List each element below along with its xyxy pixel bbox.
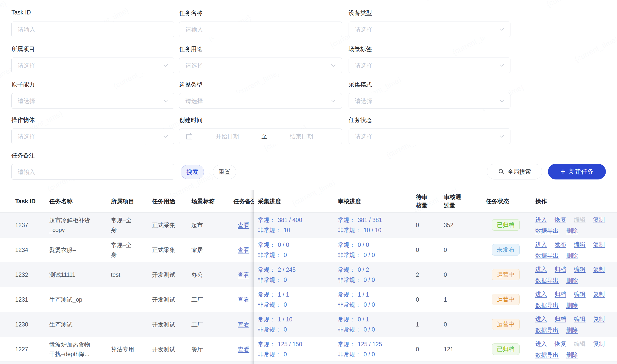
collect-irregular-value: 0 [284,324,287,335]
action-link[interactable]: 复制 [593,214,605,225]
view-remark-link[interactable]: 查看 [238,344,249,354]
action-link[interactable]: 编辑 [574,264,586,274]
collect-regular-label: 常规： [258,339,275,349]
action-link[interactable]: 复制 [593,314,605,324]
action-link[interactable]: 进入 [535,214,547,225]
action-link[interactable]: 数据导出 [535,325,559,335]
action-link[interactable]: 删除 [566,226,578,236]
view-remark-link[interactable]: 查看 [238,295,249,304]
action-link[interactable]: 数据导出 [535,250,559,261]
review-irregular-label: 非常规： [338,250,361,260]
cell-task-id: 1234 [15,238,46,262]
cell-status: 运营中 [484,262,527,287]
cell-collect-progress: 常规：2 / 245 非常规：0 [258,262,334,287]
action-link[interactable]: 数据导出 [535,350,559,360]
collect-regular-label: 常规： [258,314,275,324]
cell-review-progress: 常规：381 / 381 非常规：10 / 10 [338,213,411,237]
collect-regular-label: 常规： [258,265,275,275]
action-link[interactable]: 删除 [566,300,578,310]
action-link[interactable]: 进入 [535,314,547,324]
cell-task-id: 1231 [15,287,46,312]
search-icon [498,168,505,175]
cell-review-progress: 常规：125 / 125 非常规：0 / 0 [338,337,411,361]
task-remark-input[interactable] [18,164,168,179]
cell-purpose: 开发测试 [152,262,185,287]
cell-task-id: 1232 [15,262,46,287]
action-link[interactable]: 复制 [593,264,605,274]
action-line-2: 数据导出删除 [535,275,611,285]
action-link[interactable]: 数据导出 [535,275,559,285]
header-purpose: 任务用途 [152,197,175,205]
action-link[interactable]: 复制 [593,339,605,349]
task-status-select[interactable]: 请选择 [349,129,510,144]
view-remark-link[interactable]: 查看 [238,320,249,329]
collect-regular-value: 1 / 10 [278,314,293,324]
action-link[interactable]: 复制 [593,289,605,299]
reset-button[interactable]: 重置 [213,165,236,179]
view-remark-link[interactable]: 查看 [238,220,249,230]
action-link[interactable]: 归档 [555,289,566,299]
field-label-teleop-type: 遥操类型 [179,81,342,88]
action-link[interactable]: 删除 [566,250,578,261]
view-remark-link[interactable]: 查看 [238,245,249,255]
create-time-range-picker[interactable]: 开始日期 至 结束日期 [179,129,342,144]
action-link[interactable]: 恢复 [555,339,566,349]
action-link[interactable]: 归档 [555,264,566,274]
header-approved-count: 审核通过量 [444,193,462,210]
action-link[interactable]: 进入 [535,239,547,249]
collect-irregular-value: 0 [284,275,287,285]
cell-remark: 查看 [233,238,254,262]
action-link[interactable]: 恢复 [555,214,566,225]
end-date-placeholder[interactable]: 结束日期 [267,133,336,140]
header-remark: 任务备注 [233,197,254,205]
action-link[interactable]: 归档 [555,314,566,324]
purpose-select[interactable]: 请选择 [179,58,342,73]
action-link[interactable]: 数据导出 [535,300,559,310]
cell-task-id: 1227 [15,337,46,361]
start-date-placeholder[interactable]: 开始日期 [193,133,262,140]
atomic-ability-select[interactable]: 请选择 [11,93,174,109]
action-link[interactable]: 删除 [566,325,578,335]
view-remark-link[interactable]: 查看 [238,270,249,280]
collect-irregular-value: 10 [284,225,290,235]
cell-actions: 进入恢复编辑复制 数据导出删除 [535,337,611,361]
teleop-type-select[interactable]: 请选择 [179,93,342,109]
field-label-create-time: 创建时间 [179,116,342,124]
action-link[interactable]: 删除 [566,350,578,360]
action-link[interactable]: 删除 [566,275,578,285]
cell-approved-count: 0 [444,262,472,287]
cell-project: 常规–全身 [111,238,135,262]
new-task-button[interactable]: + 新建任务 [548,164,606,179]
action-link[interactable]: 数据导出 [535,226,559,236]
action-line-2: 数据导出删除 [535,226,611,236]
search-button[interactable]: 搜索 [181,165,204,179]
action-link[interactable]: 发布 [555,239,566,249]
cell-status: 已归档 [484,337,527,361]
action-link[interactable]: 复制 [593,239,605,249]
action-link[interactable]: 编辑 [574,289,586,299]
global-search-button[interactable]: 全局搜索 [487,164,542,179]
collect-mode-select[interactable]: 请选择 [349,93,510,109]
action-link[interactable]: 编辑 [574,314,586,324]
cell-scene: 超市 [191,213,227,237]
task-name-input[interactable] [185,22,336,37]
action-link[interactable]: 进入 [535,264,547,274]
chevron-down-icon [499,98,505,104]
device-type-select[interactable]: 请选择 [349,22,510,37]
cell-status: 已归档 [484,213,527,237]
field-label-scene-tag: 场景标签 [349,45,510,53]
review-regular-value: 125 / 125 [358,339,382,349]
scene-tag-select[interactable]: 请选择 [349,58,510,73]
collect-irregular-label: 非常规： [258,349,281,359]
action-link[interactable]: 进入 [535,289,547,299]
review-irregular-label: 非常规： [338,225,361,235]
operate-object-select[interactable]: 请选择 [11,129,174,144]
cell-remark: 查看 [233,287,254,312]
project-select[interactable]: 请选择 [11,58,174,73]
action-link[interactable]: 进入 [535,339,547,349]
cell-review-progress: 常规：0 / 0 非常规：0 / 0 [338,238,411,262]
field-label-atomic-ability: 原子能力 [11,81,174,88]
task-id-input[interactable] [18,22,168,37]
cell-project: 算法专用 [111,337,135,361]
action-link[interactable]: 编辑 [574,239,586,249]
